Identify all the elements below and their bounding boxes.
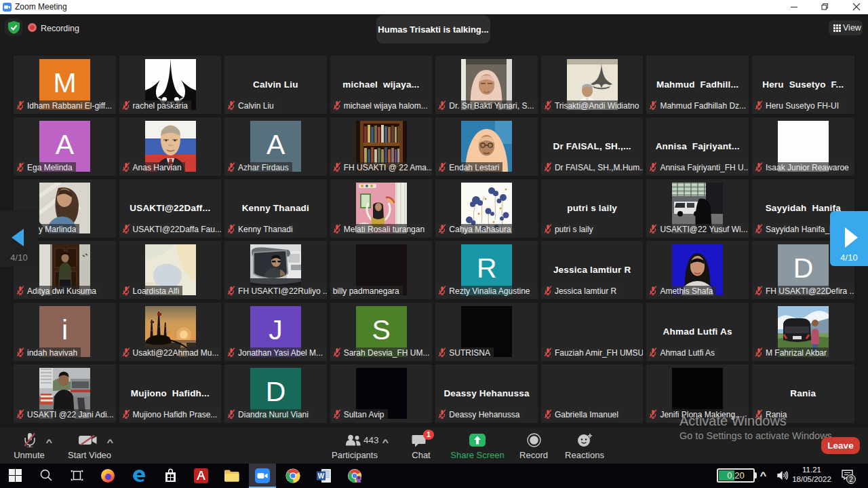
svg-text:W: W: [318, 472, 325, 480]
